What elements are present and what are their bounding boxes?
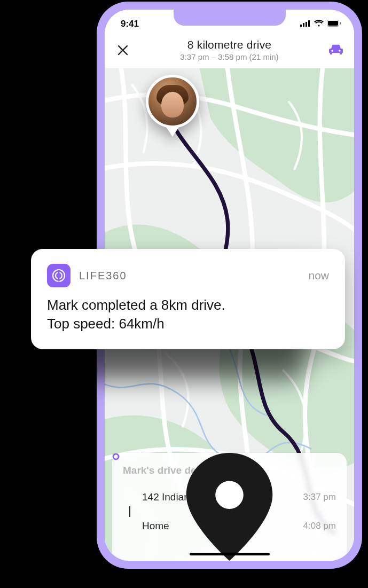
notif-app-name: LIFE360 (79, 270, 127, 282)
svg-rect-1 (303, 23, 304, 27)
drive-details-sheet[interactable]: Mark's drive details 142 Indian Park Dr … (112, 453, 347, 561)
notch (174, 10, 286, 26)
battery-icon (327, 19, 341, 29)
svg-rect-5 (328, 21, 338, 26)
notif-body: Mark completed a 8km drive. Top speed: 6… (47, 296, 329, 333)
svg-rect-2 (306, 22, 307, 27)
status-indicators (300, 19, 341, 29)
trip-subtitle: 3:37 pm – 3:58 pm (21 min) (132, 52, 326, 61)
close-icon (118, 45, 128, 56)
home-indicator[interactable] (190, 553, 270, 555)
car-icon[interactable] (326, 41, 346, 60)
notif-line1: Mark completed a 8km drive. (47, 296, 329, 315)
trip-header: 8 kilometre drive 3:37 pm – 3:58 pm (21 … (105, 34, 354, 68)
svg-point-7 (331, 50, 333, 51)
notif-when: now (308, 269, 329, 282)
notif-app-icon (47, 264, 71, 287)
trip-title: 8 kilometre drive (132, 38, 326, 51)
wifi-icon (314, 19, 324, 29)
svg-rect-0 (300, 25, 302, 27)
svg-point-8 (339, 50, 340, 51)
notification-card[interactable]: LIFE360 now Mark completed a 8km drive. … (31, 249, 345, 349)
status-time: 9:41 (121, 19, 139, 29)
close-button[interactable] (113, 41, 132, 60)
svg-rect-3 (308, 20, 310, 27)
user-location-pin[interactable] (143, 75, 202, 137)
user-avatar (146, 75, 199, 128)
notif-line2: Top speed: 64km/h (47, 315, 329, 333)
stop-row-end[interactable]: Home 4:08 pm (123, 517, 336, 535)
svg-point-10 (215, 481, 244, 509)
cellular-icon (300, 19, 311, 29)
svg-rect-6 (340, 22, 341, 25)
